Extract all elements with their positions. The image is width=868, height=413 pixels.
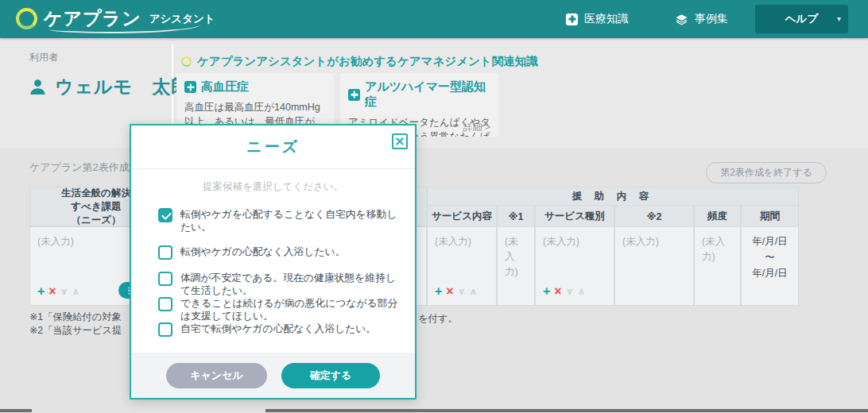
user-role-label: 利用者 <box>29 51 58 64</box>
medical-cross-icon <box>566 14 578 25</box>
scrollbar-thumb-right[interactable] <box>265 409 868 412</box>
footnote-2: ※2「当該サービス提 <box>29 324 122 338</box>
service-content-cell[interactable]: (未入力) + × ∨ ∧ <box>427 226 497 306</box>
footnote-1-continued: を付す。 <box>418 312 458 326</box>
period-cell[interactable]: 年/月/日 〜 年/月/日 <box>741 226 799 306</box>
add-row-icon[interactable]: + <box>435 285 442 298</box>
empty-placeholder: (未入力) <box>37 236 74 247</box>
row-controls: + × ∨ ∧ <box>37 285 79 298</box>
logo-swoosh-decoration <box>49 24 200 33</box>
needs-option-label: 転倒やケガの心配なく入浴したい。 <box>180 245 405 260</box>
knowledge-card-title: アルツハイマー型認知症 <box>365 79 490 110</box>
col-header-service-content: サービス内容 <box>427 205 497 227</box>
empty-placeholder: (未入力) <box>543 236 579 247</box>
delete-row-icon[interactable]: × <box>446 285 453 298</box>
col-header-frequency: 頻度 <box>694 205 741 227</box>
checkbox[interactable] <box>158 322 172 337</box>
empty-placeholder: (未入力) <box>622 236 659 247</box>
medical-plus-icon <box>348 89 360 101</box>
needs-options-list: 転倒やケガを心配することなく自宅内を移動したい。 転倒やケガの心配なく入浴したい… <box>131 208 415 337</box>
note1-cell[interactable]: (未入力) <box>497 226 535 306</box>
cancel-button[interactable]: キャンセル <box>166 363 267 388</box>
note2-cell[interactable]: (未入力) <box>614 226 694 306</box>
knowledge-card-title-row: 高血圧症 <box>184 79 326 95</box>
empty-placeholder: (未入力) <box>505 236 518 277</box>
move-down-icon[interactable]: ∨ <box>458 287 466 296</box>
needs-option-label: 体調が不安定である。現在の健康状態を維持して生活したい。 <box>180 272 405 297</box>
needs-option-label: 転倒やケガを心配することなく自宅内を移動したい。 <box>180 208 405 234</box>
top-navigation-bar: ケアプラン アシスタント 医療知識 事例集 ヘルプ ▾ <box>0 0 868 38</box>
needs-option-label: 自宅で転倒やケガの心配なく入浴したい。 <box>180 322 405 337</box>
dialog-title: ニーズ <box>246 137 300 157</box>
col-header-period: 期間 <box>741 205 799 227</box>
app-window: ケアプラン アシスタント 医療知識 事例集 ヘルプ ▾ 利用者 ウェルモ 太郎 … <box>0 0 868 413</box>
knowledge-card-title: 高血圧症 <box>201 79 249 95</box>
needs-option-row[interactable]: 転倒やケガの心配なく入浴したい。 <box>158 245 415 260</box>
delete-row-icon[interactable]: × <box>48 285 56 298</box>
needs-selection-dialog: ニーズ 提案候補を選択してください。 転倒やケガを心配することなく自宅内を移動し… <box>130 124 417 399</box>
delete-row-icon[interactable]: × <box>554 285 561 298</box>
knowledge-heading-label: ケアプランアシスタントがお勧めするケアマネジメント関連知識 <box>197 54 538 69</box>
col-header-note2: ※2 <box>614 205 694 227</box>
medical-plus-icon <box>184 81 196 93</box>
move-up-icon[interactable]: ∧ <box>469 287 477 296</box>
checkbox[interactable] <box>158 245 172 260</box>
needs-option-row[interactable]: 体調が不安定である。現在の健康状態を維持して生活したい。 <box>158 272 415 297</box>
move-down-icon[interactable]: ∨ <box>566 287 574 296</box>
chevron-down-icon: ▾ <box>837 14 841 23</box>
move-up-icon[interactable]: ∧ <box>577 287 585 296</box>
empty-placeholder: (未入力) <box>435 236 471 247</box>
close-icon[interactable] <box>392 133 408 149</box>
nav-cases-label: 事例集 <box>695 12 728 26</box>
layers-icon <box>675 13 688 26</box>
app-logo: ケアプラン アシスタント <box>16 6 215 31</box>
move-up-icon[interactable]: ∧ <box>72 287 79 296</box>
user-info: ウェルモ 太郎 <box>29 75 190 99</box>
person-icon <box>29 79 47 95</box>
confirm-button[interactable]: 確定する <box>281 363 380 388</box>
nav-case-collection[interactable]: 事例集 <box>675 0 728 38</box>
knowledge-section-heading: ケアプランアシスタントがお勧めするケアマネジメント関連知識 <box>181 54 538 69</box>
knowledge-card-title-row: アルツハイマー型認知症 <box>348 79 490 110</box>
logo-ring-icon <box>16 8 37 29</box>
frequency-cell[interactable]: (未入力) <box>694 226 741 306</box>
dialog-footer: キャンセル 確定する <box>131 353 415 398</box>
empty-placeholder: (未入力) <box>702 236 725 262</box>
help-button[interactable]: ヘルプ ▾ <box>755 5 848 33</box>
add-row-icon[interactable]: + <box>543 285 550 298</box>
checkbox[interactable] <box>158 272 172 286</box>
assistance-group-header: 援 助 内 容 <box>427 187 799 206</box>
nav-medical-knowledge[interactable]: 医療知識 <box>566 0 629 38</box>
move-down-icon[interactable]: ∨ <box>60 287 68 296</box>
scrollbar-thumb-left[interactable] <box>0 409 32 412</box>
col-header-note1: ※1 <box>497 205 535 227</box>
dialog-hint: 提案候補を選択してください。 <box>131 180 415 194</box>
col-header-service-type: サービス種別 <box>535 205 614 227</box>
dialog-header: ニーズ <box>131 125 415 169</box>
user-name: ウェルモ 太郎 <box>55 75 190 99</box>
finish-sheet-button[interactable]: 第2表作成を終了する <box>706 162 827 183</box>
row-controls: + × ∨ ∧ <box>543 285 585 298</box>
needs-option-row[interactable]: 転倒やケガを心配することなく自宅内を移動したい。 <box>158 208 415 234</box>
needs-option-row[interactable]: 自宅で転倒やケガの心配なく入浴したい。 <box>158 322 415 337</box>
checkbox[interactable] <box>158 297 172 311</box>
service-type-cell[interactable]: (未入力) + × ∨ ∧ <box>535 226 614 306</box>
worksheet-title: ケアプラン第2表作成 <box>29 160 130 175</box>
needs-option-row[interactable]: できることは続けるが病の悪化につながる部分は支援してほしい。 <box>158 297 415 322</box>
detail-link[interactable]: 詳細 > <box>463 121 490 134</box>
row-controls: + × ∨ ∧ <box>435 285 477 298</box>
footnote-1: ※1「保険給付の対象 <box>29 311 122 324</box>
checkbox[interactable] <box>158 208 172 222</box>
nav-medical-label: 医療知識 <box>584 12 629 26</box>
add-row-icon[interactable]: + <box>37 285 45 298</box>
needs-option-label: できることは続けるが病の悪化につながる部分は支援してほしい。 <box>180 297 405 322</box>
ring-icon <box>181 56 192 67</box>
help-label: ヘルプ <box>785 12 818 26</box>
